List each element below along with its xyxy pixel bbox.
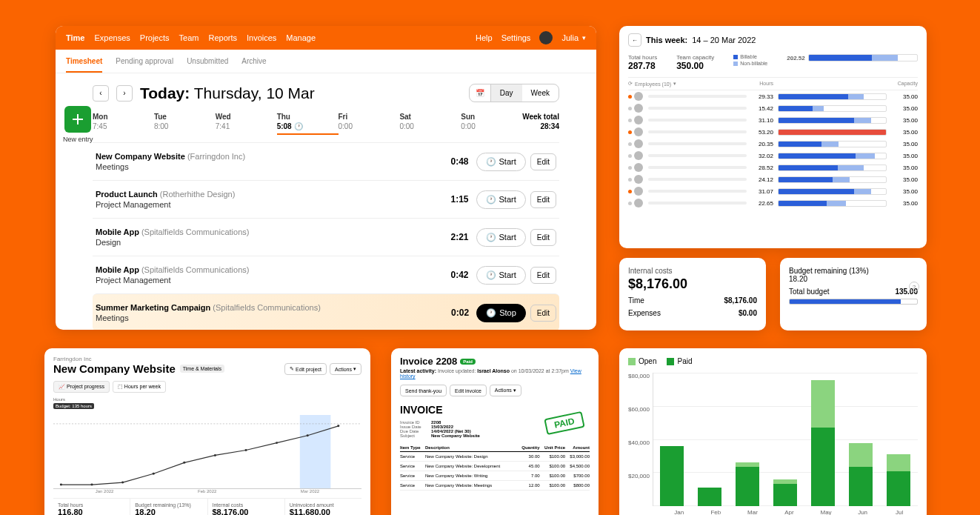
revenue-chart-card: Open Paid $80,000$60,000$40,000$20,000 J… (619, 348, 927, 515)
subnav-1[interactable]: Pending approval (116, 57, 173, 73)
view-day[interactable]: Day (491, 84, 522, 102)
day-thu[interactable]: Thu5:08 🕐 (277, 113, 339, 135)
project-tab-1[interactable]: ⬚ Hours per week (113, 381, 166, 393)
budget-value: 18.20 (789, 275, 918, 283)
time-entry: Summer Marketing Campaign (Spitalfields … (93, 293, 559, 330)
day-tue[interactable]: Tue8:00 (154, 113, 216, 130)
breadcrumb[interactable]: Farringdon Inc (53, 356, 361, 362)
avatar (634, 199, 643, 207)
paid-badge: Paid (460, 359, 476, 365)
view-week[interactable]: Week (522, 84, 559, 102)
project-tab-0[interactable]: 📈 Project progress (53, 381, 110, 393)
nav-team[interactable]: Team (179, 33, 199, 42)
invoice-line: ServiceNew Company Website: Design30.00$… (400, 452, 590, 462)
start-button[interactable]: 🕐Start (476, 190, 526, 209)
employees-dropdown[interactable]: ⟳ Employees (10) ▾ (628, 81, 747, 87)
edit-button[interactable]: Edit (530, 153, 556, 170)
start-button[interactable]: 🕐Start (476, 228, 526, 247)
time-entry: New Company Website (Farringdon Inc)Meet… (93, 142, 559, 180)
user-menu[interactable]: Julia▾ (561, 33, 586, 42)
timesheet-card: TimeExpensesProjectsTeamReportsInvoicesM… (56, 26, 596, 330)
project-stat: Internal costs$8,176.00Time$8,176.00Expe… (208, 498, 285, 515)
new-entry-label: New entry (63, 136, 93, 143)
project-badge: Time & Materials (180, 365, 224, 373)
hours-header: Hours (747, 81, 773, 87)
clock-icon: 🕐 (486, 233, 496, 242)
avatar (634, 116, 643, 124)
subnav-0[interactable]: Timesheet (66, 57, 102, 73)
team-row: 28.5235.00 (628, 162, 918, 173)
time-entry: Mobile App (Spitalfields Communications)… (93, 218, 559, 256)
days-row: Mon7:45Tue8:00Wed7:41Thu5:08 🕐Fri0:00Sat… (93, 113, 559, 135)
bar-jun (849, 443, 873, 506)
chart-label: Hours (53, 397, 361, 402)
costs-exp-val: $0.00 (739, 309, 757, 317)
start-button[interactable]: 🕐Start (476, 266, 526, 285)
invoice-action-0[interactable]: Send thank-you (400, 385, 447, 396)
costs-card: Internal costs $8,176.00 Time$8,176.00 E… (619, 258, 766, 330)
day-fri[interactable]: Fri0:00 (339, 113, 400, 130)
clock-icon: 🕐 (486, 195, 496, 205)
edit-project-button[interactable]: ✎ Edit project (284, 363, 327, 375)
day-sun[interactable]: Sun0:00 (461, 113, 522, 130)
calendar-icon[interactable]: 📅 (470, 84, 491, 102)
help-icon[interactable]: ? (909, 282, 919, 292)
new-entry-button[interactable] (64, 106, 91, 133)
avatar (634, 163, 643, 172)
subnav-3[interactable]: Archive (241, 57, 266, 73)
clock-icon: 🕐 (294, 122, 303, 130)
nav-expenses[interactable]: Expenses (94, 33, 130, 42)
nav-settings[interactable]: Settings (501, 33, 531, 42)
subnav-2[interactable]: Unsubmitted (187, 57, 228, 73)
svg-rect-1 (73, 119, 83, 120)
clock-icon: 🕐 (486, 157, 496, 167)
budget-title: Budget remaining (13%) (789, 267, 918, 275)
total-hours-label: Total hours (628, 54, 657, 61)
edit-button[interactable]: Edit (530, 267, 556, 284)
team-prev[interactable]: ← (628, 33, 641, 47)
nav-help[interactable]: Help (476, 33, 493, 42)
week-total: Week total28:34 (522, 113, 559, 130)
avatar (634, 187, 643, 196)
day-mon[interactable]: Mon7:45 (93, 113, 154, 130)
time-entry: Product Launch (Rotherhithe Design)Proje… (93, 180, 559, 218)
edit-button[interactable]: Edit (530, 305, 556, 322)
prev-day-button[interactable]: ‹ (93, 85, 109, 102)
svg-point-10 (244, 449, 247, 451)
svg-point-9 (214, 454, 216, 456)
nav-manage[interactable]: Manage (286, 33, 316, 42)
nav-time[interactable]: Time (66, 33, 84, 42)
capacity-label: Team capacity (676, 54, 714, 61)
start-button[interactable]: 🕐Start (476, 153, 526, 171)
day-wed[interactable]: Wed7:41 (216, 113, 277, 130)
team-row: 31.1035.00 (628, 114, 918, 126)
project-actions-button[interactable]: Actions ▾ (330, 363, 361, 375)
page-title: Today: Thursday, 10 Mar (140, 84, 315, 102)
avatar (634, 175, 643, 184)
avatar (634, 151, 643, 160)
entry-duration: 1:15 (451, 194, 469, 205)
summary-bar: 202.52 (787, 54, 918, 62)
costs-time-label: Time (628, 296, 644, 305)
budget-card: Budget remaining (13%) 18.20 ? Total bud… (780, 258, 927, 330)
invoice-action-1[interactable]: Edit invoice (450, 385, 487, 396)
project-title: New Company Website (53, 362, 176, 375)
edit-button[interactable]: Edit (530, 191, 556, 208)
invoice-action-2[interactable]: Actions ▾ (490, 385, 521, 396)
clock-icon: 🕐 (486, 270, 496, 280)
team-row: 22.6535.00 (628, 197, 918, 209)
sub-nav: TimesheetPending approvalUnsubmittedArch… (56, 50, 596, 73)
nav-projects[interactable]: Projects (140, 33, 170, 42)
next-day-button[interactable]: › (116, 85, 133, 102)
nav-invoices[interactable]: Invoices (247, 33, 276, 42)
project-card: Farringdon Inc New Company WebsiteTime &… (44, 348, 370, 515)
stop-button[interactable]: 🕐Stop (476, 304, 526, 322)
capacity: 350.00 (676, 61, 714, 71)
avatar[interactable] (539, 31, 553, 44)
nav-reports[interactable]: Reports (208, 33, 237, 42)
edit-button[interactable]: Edit (530, 229, 556, 246)
day-sat[interactable]: Sat0:00 (399, 113, 461, 130)
invoice-line: ServiceNew Company Website: Development4… (400, 462, 590, 471)
team-card: ← This week: 14 – 20 Mar 2022 Total hour… (619, 26, 927, 248)
view-toggle: 📅 Day Week (469, 84, 559, 102)
